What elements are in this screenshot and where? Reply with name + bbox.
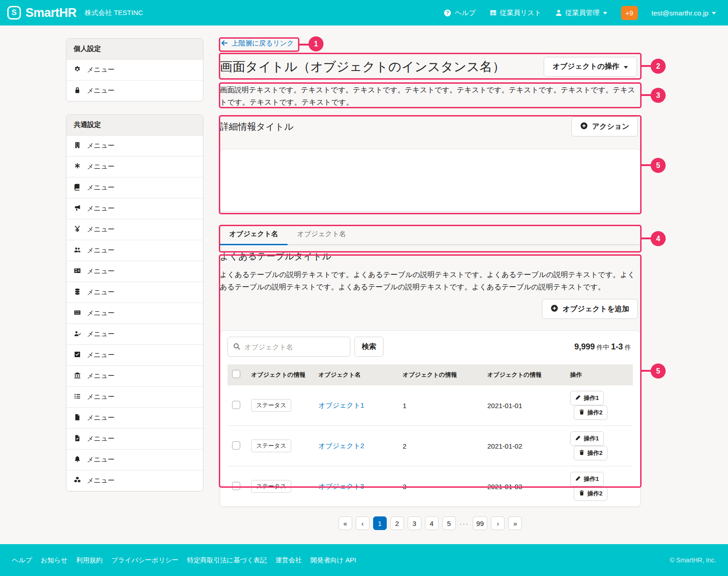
pagination-page-5[interactable]: 5	[442, 516, 456, 530]
add-object-button[interactable]: オブジェクトを追加	[542, 299, 638, 319]
bank-icon	[74, 372, 81, 380]
company-name: 株式会社 TESTINC	[85, 9, 143, 17]
footer-link-commercial-law[interactable]: 特定商取引法に基づく表記	[187, 556, 267, 565]
smarthr-logo[interactable]: S SmartHR	[7, 6, 76, 20]
row-checkbox[interactable]	[232, 401, 240, 409]
object-link[interactable]: オブジェクト3	[318, 482, 364, 490]
sidebar-item-menu[interactable]: メニュー	[66, 366, 203, 387]
trash-icon	[579, 490, 585, 497]
table-card: 検索 9,999 件中 1-3 件 オブジェクトの情報	[220, 330, 641, 507]
sidebar-item-menu[interactable]: メニュー	[66, 408, 203, 429]
column-header: オブジェクトの情報	[483, 364, 566, 385]
bell-icon	[74, 455, 81, 464]
object-actions-dropdown-button[interactable]: オブジェクトの操作	[544, 57, 637, 77]
sidebar-item-menu[interactable]: メニュー	[66, 60, 203, 81]
annotation-line-1	[298, 44, 309, 45]
object-link[interactable]: オブジェクト2	[318, 442, 364, 450]
footer-link-privacy[interactable]: プライバシーポリシー	[111, 556, 179, 565]
pagination-first-button[interactable]: «	[339, 516, 352, 530]
sidebar-item-menu[interactable]: メニュー	[66, 450, 203, 470]
tab-bar: オブジェクト名 オブジェクト名	[220, 223, 641, 245]
page-title: 画面タイトル（オブジェクトのインスタンス名）	[220, 58, 505, 76]
pagination-page-2[interactable]: 2	[390, 516, 404, 530]
account-menu[interactable]: test@smarthr.co.jp	[652, 9, 716, 17]
sidebar-item-menu[interactable]: メニュー	[66, 240, 203, 261]
search-button[interactable]: 検索	[354, 337, 384, 357]
footer-link-terms[interactable]: 利用規約	[76, 556, 103, 565]
delete-button[interactable]: 操作2	[574, 405, 607, 420]
sidebar-item-menu[interactable]: メニュー	[66, 157, 203, 177]
sidebar-item-menu[interactable]: メニュー	[66, 136, 203, 157]
footer-link-news[interactable]: お知らせ	[41, 556, 68, 565]
object-date: 2021-01-03	[483, 466, 566, 507]
edit-button[interactable]: 操作1	[570, 431, 604, 446]
status-badge: ステータス	[251, 440, 291, 452]
search-box	[228, 337, 350, 357]
footer-link-help[interactable]: ヘルプ	[12, 556, 32, 565]
help-icon: ?	[444, 9, 451, 17]
sidebar-item-menu[interactable]: メニュー	[66, 387, 203, 408]
edit-button[interactable]: 操作1	[570, 472, 604, 486]
sidebar-item-menu[interactable]: メニュー	[66, 177, 203, 198]
delete-button[interactable]: 操作2	[574, 446, 607, 460]
sidebar-item-menu[interactable]: メニュー	[66, 303, 203, 324]
sidebar-item-menu[interactable]: メニュー	[66, 198, 203, 219]
sidebar-item-menu[interactable]: メニュー	[66, 345, 203, 366]
object-info: 2	[398, 426, 483, 466]
action-button[interactable]: アクション	[571, 116, 638, 136]
pagination-page-1[interactable]: 1	[373, 516, 387, 530]
chevron-down-icon	[623, 63, 628, 71]
pagination-page-3[interactable]: 3	[408, 516, 421, 530]
sidebar-item-menu[interactable]: メニュー	[66, 470, 203, 491]
employee-admin-nav-item[interactable]: 従業員管理	[555, 9, 607, 17]
pagination-page-99[interactable]: 99	[473, 516, 488, 530]
tab-object-2[interactable]: オブジェクト名	[288, 223, 355, 244]
notification-badge[interactable]: +9	[621, 6, 638, 20]
sidebar-item-menu[interactable]: メニュー	[66, 261, 203, 282]
footer-link-developer-api[interactable]: 開発者向け API	[310, 556, 356, 565]
employee-list-nav-item[interactable]: 従業員リスト	[490, 9, 541, 17]
help-nav-item[interactable]: ? ヘルプ	[444, 9, 475, 17]
select-all-checkbox[interactable]	[232, 370, 240, 378]
sidebar: 個人設定 メニュー メニュー 共通設定 メニュー メニュー	[66, 38, 203, 504]
pencil-icon	[575, 475, 581, 483]
annotation-line-2	[641, 65, 652, 67]
smarthr-logo-icon: S	[7, 6, 21, 20]
delete-button[interactable]: 操作2	[574, 486, 607, 501]
sidebar-item-menu[interactable]: メニュー	[66, 324, 203, 345]
pagination: « ‹ 1 2 3 4 5 ··· 99 › »	[220, 516, 641, 530]
pagination-page-4[interactable]: 4	[425, 516, 439, 530]
sidebar-item-menu[interactable]: メニュー	[66, 219, 203, 240]
pencil-icon	[575, 435, 581, 442]
tab-object-1[interactable]: オブジェクト名	[220, 223, 288, 244]
pagination-next-button[interactable]: ›	[491, 516, 505, 530]
object-link[interactable]: オブジェクト1	[318, 401, 364, 409]
sidebar-personal-settings: 個人設定 メニュー メニュー	[66, 38, 203, 101]
annotation-marker-5a: 5	[651, 158, 666, 173]
svg-text:?: ?	[446, 10, 450, 15]
search-input[interactable]	[228, 337, 350, 357]
back-link[interactable]: 上階層に戻るリンク	[221, 39, 294, 48]
sidebar-item-menu[interactable]: メニュー	[66, 282, 203, 303]
main-content: 上階層に戻るリンク 画面タイトル（オブジェクトのインスタンス名） オブジェクトの…	[220, 38, 641, 530]
column-header: オブジェクトの情報	[247, 364, 314, 385]
file-icon	[74, 414, 81, 422]
sidebar-item-menu[interactable]: メニュー	[66, 81, 203, 101]
pagination-ellipsis: ···	[460, 520, 469, 527]
row-checkbox[interactable]	[232, 441, 240, 450]
user-icon	[555, 9, 562, 16]
pagination-prev-button[interactable]: ‹	[356, 516, 369, 530]
table-row: ステータス オブジェクト3 3 2021-01-03 操作1 操作2	[228, 466, 633, 507]
detail-section-title: 詳細情報タイトル	[220, 121, 293, 133]
table-row: ステータス オブジェクト2 2 2021-01-02 操作1 操作2	[228, 426, 633, 466]
footer-links: ヘルプ お知らせ 利用規約 プライバシーポリシー 特定商取引法に基づく表記 運営…	[12, 556, 356, 565]
footer-link-company[interactable]: 運営会社	[275, 556, 302, 565]
sidebar-item-menu[interactable]: メニュー	[66, 429, 203, 450]
annotation-marker-3: 3	[651, 88, 666, 103]
edit-button[interactable]: 操作1	[570, 391, 604, 405]
page-title-row: 画面タイトル（オブジェクトのインスタンス名） オブジェクトの操作	[220, 54, 641, 80]
check-square-icon	[74, 351, 81, 359]
row-checkbox[interactable]	[232, 482, 240, 490]
arrow-left-icon	[221, 40, 228, 47]
pagination-last-button[interactable]: »	[508, 516, 522, 530]
